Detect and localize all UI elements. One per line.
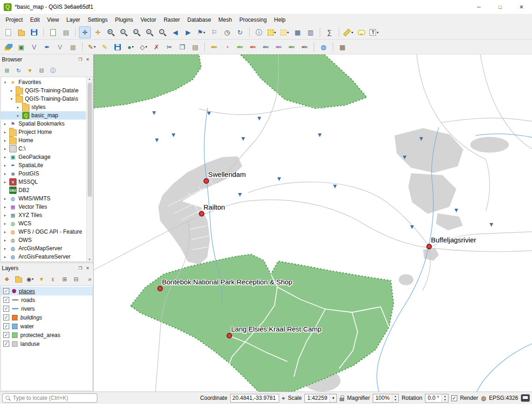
browser-item-basic-map[interactable]: ▸Qbasic_map <box>1 111 86 120</box>
expander-closed-icon[interactable]: ▸ <box>3 255 7 259</box>
text-annotation-button[interactable]: T▾ <box>368 26 380 38</box>
new-geopackage-layer-button[interactable]: ▣ <box>15 41 27 53</box>
crs-status[interactable]: EPSG:4326 <box>489 395 518 401</box>
browser-item-styles[interactable]: ▸styles <box>1 103 86 111</box>
digitize-with-segment-dropdown-arrow-icon[interactable]: ▾ <box>132 45 134 49</box>
deselect-features-dropdown-arrow-icon[interactable]: ▾ <box>287 30 289 35</box>
move-label-button[interactable]: abc <box>273 41 285 53</box>
filter-by-expression-button[interactable]: ε <box>48 274 58 284</box>
layers-toolbar-overflow[interactable]: » <box>88 276 91 283</box>
map-tips-button[interactable] <box>355 26 367 38</box>
enable-properties-widget-button[interactable]: ⓘ <box>48 66 58 76</box>
zoom-out-button[interactable]: − <box>118 26 130 38</box>
manage-map-themes-dropdown-arrow-icon[interactable]: ▾ <box>32 277 34 281</box>
map-canvas[interactable]: SwellendamRailtonBuffeljagsrivierBontebo… <box>94 54 532 392</box>
scale-dropdown-arrow-icon[interactable]: ▼ <box>329 394 336 402</box>
new-spatial-bookmark-dropdown-arrow-icon[interactable]: ▾ <box>203 30 205 35</box>
show-spatial-bookmarks-button[interactable]: ⚐ <box>208 26 220 38</box>
spin-down-icon[interactable]: ▼ <box>442 398 448 402</box>
layer-item-water[interactable]: ✓water <box>1 322 92 331</box>
place-marker-icon[interactable] <box>199 211 204 217</box>
locator-search[interactable] <box>2 393 97 403</box>
menu-project[interactable]: Project <box>2 15 26 25</box>
new-shapefile-layer-button[interactable]: V <box>28 41 40 53</box>
browser-item-arcgisfeatureserver[interactable]: ▸◍ArcGisFeatureServer <box>1 253 86 261</box>
expander-closed-icon[interactable]: ▸ <box>3 139 7 143</box>
open-project-button[interactable] <box>15 26 27 38</box>
open-data-source-manager-button[interactable] <box>2 41 14 53</box>
vertex-tool-button[interactable]: ◇▾ <box>137 41 149 53</box>
layer-visibility-checkbox[interactable]: ✓ <box>3 297 9 303</box>
expand-all-button[interactable]: ⊞ <box>60 274 70 284</box>
layer-labeling-options-button[interactable]: abc <box>208 41 220 53</box>
browser-item-wfs-ogc-api-feature[interactable]: ▸◍WFS / OGC API - Feature <box>1 228 86 236</box>
browser-item-mssql[interactable]: ▸SMSSQL <box>1 178 86 186</box>
expander-closed-icon[interactable]: ▸ <box>3 247 7 251</box>
scale-combo[interactable]: 1:42259 ▼ <box>305 394 337 403</box>
layer-visibility-checkbox[interactable]: ✓ <box>3 314 9 320</box>
layer-item-roads[interactable]: ✓roads <box>1 295 92 304</box>
statistical-summary-button[interactable]: ∑ <box>323 26 335 38</box>
save-layer-edits-button[interactable] <box>112 41 124 53</box>
log-messages-icon[interactable] <box>521 394 530 402</box>
browser-item-arcgismapserver[interactable]: ▸◍ArcGisMapServer <box>1 244 86 253</box>
show-hide-labels-button[interactable]: abc <box>260 41 272 53</box>
magnifier-spin-buttons[interactable]: ▲▼ <box>392 394 398 402</box>
expander-closed-icon[interactable]: ▸ <box>3 213 7 217</box>
browser-item-home[interactable]: ▸Home <box>1 136 86 145</box>
menu-layer[interactable]: Layer <box>63 15 84 25</box>
browser-item-ows[interactable]: ▸◍OWS <box>1 236 86 244</box>
browser-item-geopackage[interactable]: ▸▣GeoPackage <box>1 153 86 161</box>
coordinate-input[interactable] <box>230 394 279 403</box>
browser-close-button[interactable]: ✕ <box>84 56 91 63</box>
crs-globe-icon[interactable]: ◍ <box>481 395 486 402</box>
zoom-full-button[interactable]: ▭ <box>131 26 143 38</box>
measure-line-button[interactable]: ▾ <box>342 26 354 38</box>
expander-closed-icon[interactable]: ▸ <box>9 89 14 93</box>
toggle-editing-button[interactable]: ✎ <box>99 41 111 53</box>
current-edits-dropdown-arrow-icon[interactable]: ▾ <box>94 45 96 49</box>
expander-closed-icon[interactable]: ▸ <box>3 155 7 159</box>
scroll-thumb[interactable] <box>88 83 92 197</box>
browser-float-button[interactable]: ❐ <box>77 56 84 63</box>
highlight-pinned-labels-button[interactable]: abc <box>234 41 246 53</box>
browser-item-wcs[interactable]: ▸◍WCS <box>1 219 86 228</box>
menu-processing[interactable]: Processing <box>236 15 270 25</box>
spin-up-icon[interactable]: ▲ <box>392 394 398 398</box>
expander-closed-icon[interactable]: ▸ <box>16 114 20 118</box>
menu-raster[interactable]: Raster <box>160 15 184 25</box>
menu-mesh[interactable]: Mesh <box>215 15 235 25</box>
open-layer-styling-panel-button[interactable]: ❖ <box>2 274 12 284</box>
layer-diagram-options-button[interactable]: ◔ <box>221 41 233 53</box>
temporal-controller-button[interactable]: ◷ <box>221 26 233 38</box>
layers-close-button[interactable]: ✕ <box>84 265 91 272</box>
new-virtual-layer-button[interactable]: V <box>54 41 66 53</box>
menu-settings[interactable]: Settings <box>84 15 111 25</box>
expander-closed-icon[interactable]: ▸ <box>3 172 7 176</box>
show-layout-manager-button[interactable]: ▤ <box>60 26 72 38</box>
new-spatial-bookmark-button[interactable]: ⚑▾ <box>195 26 207 38</box>
expander-closed-icon[interactable]: ▸ <box>3 238 7 242</box>
browser-item-spatialite[interactable]: ▸✒SpatiaLite <box>1 161 86 169</box>
expander-open-icon[interactable]: ▾ <box>9 97 14 101</box>
browser-item-db2[interactable]: DB2DB2 <box>1 186 86 194</box>
new-project-button[interactable] <box>2 26 14 38</box>
select-features-dropdown-arrow-icon[interactable]: ▾ <box>274 30 276 35</box>
expander-closed-icon[interactable]: ▸ <box>3 205 7 209</box>
remove-layer-group-button[interactable]: ⊟ <box>71 274 81 284</box>
spin-up-icon[interactable]: ▲ <box>442 394 448 398</box>
browser-item-favorites[interactable]: ▾★Favorites <box>1 78 86 86</box>
close-button[interactable]: ✕ <box>511 0 532 14</box>
expander-closed-icon[interactable]: ▸ <box>3 147 7 151</box>
layer-visibility-checkbox[interactable]: ✓ <box>3 288 9 294</box>
rotation-spinbox[interactable]: 0.0 ° ▲▼ <box>425 394 448 403</box>
layer-visibility-checkbox[interactable]: ✓ <box>3 306 9 312</box>
menu-help[interactable]: Help <box>270 15 289 25</box>
expander-closed-icon[interactable]: ▸ <box>3 222 7 226</box>
minimize-button[interactable]: ─ <box>468 0 490 14</box>
add-selected-layers-button[interactable]: ⊞ <box>2 66 12 76</box>
open-attribute-table-button[interactable]: ▦ <box>292 26 304 38</box>
refresh-map-button[interactable]: ↻ <box>234 26 246 38</box>
layer-item-protected-areas[interactable]: ✓protected_areas <box>1 331 92 339</box>
pin-unpin-labels-button[interactable]: abc <box>247 41 259 53</box>
